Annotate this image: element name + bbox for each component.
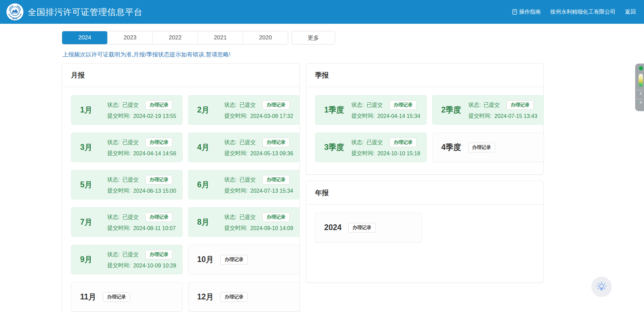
- annual-item-label: 2024: [324, 223, 342, 232]
- tab-year-2020[interactable]: 2020: [243, 31, 288, 44]
- status-value: 已提交: [366, 139, 383, 146]
- status-label: 状态:: [224, 176, 237, 184]
- monthly-item-8月: 8月状态:已提交办理记录提交时间:2024-09-10 14:09: [188, 207, 300, 237]
- record-button[interactable]: 办理记录: [145, 250, 172, 259]
- page: MEE 全国排污许可证管理信息平台 操作指南 徐州永利精细化工有限公司 返回 2…: [0, 0, 644, 312]
- time-row: 提交时间:2024-10-09 10:28: [107, 262, 176, 269]
- record-button[interactable]: 办理记录: [145, 100, 172, 110]
- edge-extension-widget[interactable]: ↑ K ↓ K: [635, 64, 644, 111]
- status-value: 已提交: [239, 176, 256, 184]
- record-button[interactable]: 办理记录: [389, 138, 417, 147]
- monthly-item-label: 11月: [80, 292, 96, 302]
- tab-year-2023[interactable]: 2023: [107, 31, 152, 44]
- monthly-item-label: 1月: [80, 105, 105, 115]
- monthly-section-header: 月报: [62, 64, 299, 87]
- record-button[interactable]: 办理记录: [389, 100, 417, 110]
- arrow-down-icon: ↓: [637, 100, 639, 104]
- quarterly-item-3季度: 3季度状态:已提交办理记录提交时间:2024-10-10 15:18: [315, 133, 427, 162]
- monthly-item-label: 7月: [80, 217, 105, 227]
- monthly-item-label: 12月: [197, 292, 214, 302]
- status-value: 已提交: [239, 214, 256, 221]
- quarterly-item-label: 3季度: [324, 142, 349, 153]
- status-label: 状态:: [107, 251, 119, 258]
- time-row: 提交时间:2024-07-15 13:43: [468, 112, 537, 120]
- time-value: 2024-06-13 15:00: [133, 188, 176, 194]
- record-button[interactable]: 办理记录: [145, 212, 172, 222]
- record-button[interactable]: 办理记录: [262, 175, 290, 185]
- monthly-item-label: 3月: [80, 142, 105, 153]
- annual-section-header: 年报: [306, 181, 543, 205]
- status-label: 状态:: [107, 214, 119, 221]
- record-button[interactable]: 办理记录: [507, 100, 534, 110]
- record-button[interactable]: 办理记录: [262, 138, 290, 147]
- monthly-item-label: 8月: [197, 217, 222, 227]
- time-row: 提交时间:2024-10-10 15:18: [351, 150, 420, 157]
- record-button[interactable]: 办理记录: [468, 143, 495, 152]
- monthly-item-label: 2月: [197, 105, 222, 115]
- divider: [637, 99, 643, 99]
- time-value: 2024-07-15 13:43: [494, 113, 537, 119]
- status-value: 已提交: [122, 251, 139, 258]
- lightbulb-float-button[interactable]: [591, 277, 612, 297]
- record-button[interactable]: 办理记录: [145, 138, 172, 147]
- item-info: 状态:已提交办理记录提交时间:2024-10-10 15:18: [351, 138, 420, 157]
- tab-year-2022[interactable]: 2022: [152, 31, 198, 44]
- monthly-item-12月: 12月办理记录: [188, 282, 300, 312]
- time-label: 提交时间:: [224, 112, 247, 120]
- up-indicator: ↑ K: [637, 91, 642, 96]
- record-button[interactable]: 办理记录: [103, 292, 130, 302]
- status-row: 状态:已提交办理记录: [107, 212, 176, 222]
- record-button[interactable]: 办理记录: [262, 212, 290, 222]
- arrow-up-icon: ↑: [637, 91, 639, 96]
- tab-year-2021[interactable]: 2021: [198, 31, 243, 44]
- status-value: 已提交: [122, 176, 139, 184]
- status-row: 状态:已提交办理记录: [351, 100, 420, 110]
- status-row: 状态:已提交办理记录: [107, 138, 176, 147]
- record-button[interactable]: 办理记录: [145, 175, 172, 185]
- status-label: 状态:: [107, 139, 119, 146]
- tab-more[interactable]: 更多: [292, 31, 335, 45]
- status-value: 已提交: [122, 139, 139, 146]
- monthly-item-9月: 9月状态:已提交办理记录提交时间:2024-10-09 10:28: [71, 245, 183, 274]
- document-icon: [512, 9, 517, 15]
- time-label: 提交时间:: [107, 187, 130, 194]
- time-value: 2024-08-11 10:07: [133, 225, 176, 231]
- monthly-item-11月: 11月办理记录: [71, 282, 183, 312]
- notice-text: 上报频次以许可证载明为准,月报/季报状态提示如有错误,暂请忽略!: [62, 51, 231, 58]
- status-row: 状态:已提交办理记录: [224, 138, 293, 147]
- monthly-grid: 1月状态:已提交办理记录提交时间:2024-02-19 13:552月状态:已提…: [71, 95, 291, 312]
- record-button[interactable]: 办理记录: [262, 100, 290, 110]
- year-tabs: 20242023202220212020 更多: [62, 31, 335, 45]
- back-link[interactable]: 返回: [625, 8, 636, 16]
- status-value: 已提交: [483, 102, 500, 109]
- mee-logo-icon: MEE: [6, 3, 24, 21]
- quarterly-item-label: 4季度: [441, 142, 461, 153]
- guide-link[interactable]: 操作指南: [512, 8, 541, 16]
- monthly-item-label: 10月: [197, 254, 214, 265]
- time-value: 2024-10-10 15:18: [377, 151, 420, 157]
- record-button[interactable]: 办理记录: [220, 292, 247, 302]
- time-label: 提交时间:: [224, 225, 247, 232]
- monthly-item-label: 9月: [80, 254, 105, 265]
- monthly-item-1月: 1月状态:已提交办理记录提交时间:2024-02-19 13:55: [71, 95, 183, 125]
- annual-section: 年报 2024办理记录: [306, 181, 544, 283]
- time-label: 提交时间:: [107, 112, 130, 120]
- item-info: 状态:已提交办理记录提交时间:2024-10-09 10:28: [107, 250, 176, 269]
- svg-text:MEE: MEE: [12, 17, 18, 20]
- record-button[interactable]: 办理记录: [220, 255, 247, 264]
- time-value: 2024-04-14 14:56: [133, 151, 176, 157]
- monthly-item-4月: 4月状态:已提交办理记录提交时间:2024-05-13 09:36: [188, 133, 300, 162]
- time-label: 提交时间:: [224, 187, 247, 194]
- tab-year-2024[interactable]: 2024: [62, 31, 107, 44]
- item-info: 状态:已提交办理记录提交时间:2024-04-14 15:34: [351, 100, 420, 120]
- time-row: 提交时间:2024-08-11 10:07: [107, 225, 176, 232]
- time-row: 提交时间:2024-05-13 09:36: [224, 150, 293, 157]
- time-value: 2024-03-08 17:32: [250, 113, 293, 119]
- status-row: 状态:已提交办理记录: [351, 138, 420, 147]
- monthly-item-label: 6月: [197, 179, 222, 190]
- company-name[interactable]: 徐州永利精细化工有限公司: [550, 8, 615, 16]
- record-button[interactable]: 办理记录: [348, 223, 375, 232]
- monthly-item-label: 4月: [197, 142, 222, 153]
- time-row: 提交时间:2024-07-13 15:34: [224, 187, 293, 194]
- item-info: 状态:已提交办理记录提交时间:2024-02-19 13:55: [107, 100, 176, 120]
